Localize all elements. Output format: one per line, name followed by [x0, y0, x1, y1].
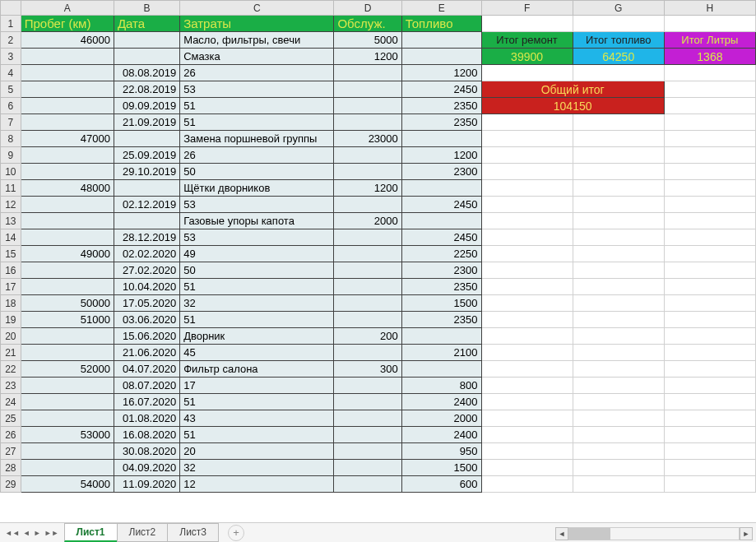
cell-H29[interactable]	[664, 476, 755, 493]
cell-H5[interactable]	[664, 81, 755, 98]
scroll-right-icon[interactable]: ►	[740, 527, 753, 540]
cell-A6[interactable]	[21, 98, 114, 114]
cell-D18[interactable]	[334, 295, 401, 312]
cell-C24[interactable]: 51	[180, 394, 334, 410]
row-header-24[interactable]: 24	[1, 394, 21, 410]
col-header-F[interactable]: F	[481, 1, 573, 16]
cell-G28[interactable]	[573, 460, 664, 476]
cell-D25[interactable]	[334, 410, 401, 427]
cell-D27[interactable]	[334, 443, 401, 460]
row-header-15[interactable]: 15	[1, 246, 21, 262]
cell-G18[interactable]	[573, 295, 664, 312]
cell-H21[interactable]	[664, 345, 755, 361]
cell-E28[interactable]: 1500	[401, 460, 481, 476]
cell-A8[interactable]: 47000	[21, 131, 114, 147]
cell-F4[interactable]	[481, 65, 573, 81]
cell-B1[interactable]: Дата	[114, 16, 179, 32]
cell-E10[interactable]: 2300	[401, 164, 481, 180]
cell-H26[interactable]	[664, 427, 755, 443]
cell-B23[interactable]: 08.07.2020	[114, 378, 179, 394]
cell-H23[interactable]	[664, 378, 755, 394]
cell-C2[interactable]: Масло, фильтры, свечи	[180, 32, 334, 49]
cell-F26[interactable]	[481, 427, 573, 443]
cell-A13[interactable]	[21, 213, 114, 229]
row-header-5[interactable]: 5	[1, 81, 21, 98]
cell-G2[interactable]: Итог топливо	[573, 32, 664, 49]
cell-A16[interactable]	[21, 262, 114, 279]
cell-F12[interactable]	[481, 197, 573, 213]
col-header-A[interactable]: A	[21, 1, 114, 16]
cell-E14[interactable]: 2450	[401, 229, 481, 246]
cell-H14[interactable]	[664, 229, 755, 246]
cell-A7[interactable]	[21, 114, 114, 131]
cell-E8[interactable]	[401, 131, 481, 147]
cell-H7[interactable]	[664, 114, 755, 131]
row-header-16[interactable]: 16	[1, 262, 21, 279]
cell-F23[interactable]	[481, 378, 573, 394]
cell-B21[interactable]: 21.06.2020	[114, 345, 179, 361]
cell-D29[interactable]	[334, 476, 401, 493]
cell-B12[interactable]: 02.12.2019	[114, 197, 179, 213]
cell-B9[interactable]: 25.09.2019	[114, 147, 179, 164]
cell-C23[interactable]: 17	[180, 378, 334, 394]
cell-G10[interactable]	[573, 164, 664, 180]
horizontal-scrollbar[interactable]: ◄ ►	[555, 526, 753, 540]
cell-E16[interactable]: 2300	[401, 262, 481, 279]
cell-A21[interactable]	[21, 345, 114, 361]
cell-E7[interactable]: 2350	[401, 114, 481, 131]
cell-A28[interactable]	[21, 460, 114, 476]
cell-B29[interactable]: 11.09.2020	[114, 476, 179, 493]
cell-B8[interactable]	[114, 131, 179, 147]
cell-C6[interactable]: 51	[180, 98, 334, 114]
cell-F27[interactable]	[481, 443, 573, 460]
cell-C28[interactable]: 32	[180, 460, 334, 476]
cell-C15[interactable]: 49	[180, 246, 334, 262]
cell-A17[interactable]	[21, 279, 114, 295]
cell-F22[interactable]	[481, 361, 573, 378]
cell-G26[interactable]	[573, 427, 664, 443]
cell-G9[interactable]	[573, 147, 664, 164]
col-header-E[interactable]: E	[401, 1, 481, 16]
cell-E19[interactable]: 2350	[401, 312, 481, 328]
cell-D14[interactable]	[334, 229, 401, 246]
cell-B28[interactable]: 04.09.2020	[114, 460, 179, 476]
cell-B26[interactable]: 16.08.2020	[114, 427, 179, 443]
cell-C22[interactable]: Фильтр салона	[180, 361, 334, 378]
cell-B24[interactable]: 16.07.2020	[114, 394, 179, 410]
select-all-corner[interactable]	[1, 1, 21, 16]
cell-D20[interactable]: 200	[334, 328, 401, 345]
cell-H9[interactable]	[664, 147, 755, 164]
cell-D21[interactable]	[334, 345, 401, 361]
cell-D11[interactable]: 1200	[334, 180, 401, 197]
cell-G1[interactable]	[573, 16, 664, 32]
cell-G12[interactable]	[573, 197, 664, 213]
cell-C3[interactable]: Смазка	[180, 49, 334, 65]
cell-E29[interactable]: 600	[401, 476, 481, 493]
cell-G19[interactable]	[573, 312, 664, 328]
cell-C11[interactable]: Щётки дворников	[180, 180, 334, 197]
cell-D13[interactable]: 2000	[334, 213, 401, 229]
row-header-11[interactable]: 11	[1, 180, 21, 197]
cell-A5[interactable]	[21, 81, 114, 98]
row-header-23[interactable]: 23	[1, 378, 21, 394]
cell-A18[interactable]: 50000	[21, 295, 114, 312]
cell-F16[interactable]	[481, 262, 573, 279]
cell-E18[interactable]: 1500	[401, 295, 481, 312]
cell-A27[interactable]	[21, 443, 114, 460]
cell-B19[interactable]: 03.06.2020	[114, 312, 179, 328]
cell-G29[interactable]	[573, 476, 664, 493]
cell-F7[interactable]	[481, 114, 573, 131]
cell-H8[interactable]	[664, 131, 755, 147]
cell-B10[interactable]: 29.10.2019	[114, 164, 179, 180]
cell-A14[interactable]	[21, 229, 114, 246]
cell-E22[interactable]	[401, 361, 481, 378]
cell-E2[interactable]	[401, 32, 481, 49]
cell-F18[interactable]	[481, 295, 573, 312]
row-header-20[interactable]: 20	[1, 328, 21, 345]
scroll-left-icon[interactable]: ◄	[555, 527, 568, 540]
cell-C8[interactable]: Замена поршневой группы	[180, 131, 334, 147]
row-header-28[interactable]: 28	[1, 460, 21, 476]
cell-G17[interactable]	[573, 279, 664, 295]
cell-A3[interactable]	[21, 49, 114, 65]
cell-D16[interactable]	[334, 262, 401, 279]
